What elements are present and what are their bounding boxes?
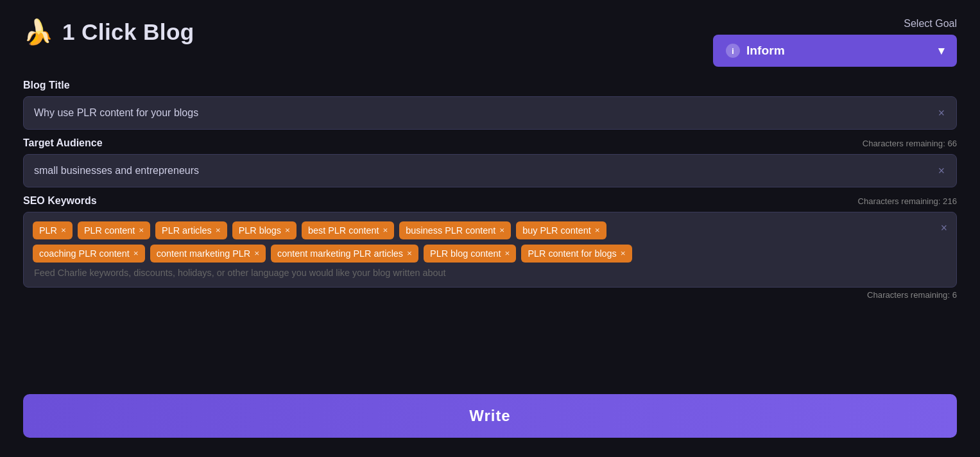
tag-label: best PLR content	[308, 225, 379, 236]
goal-area: Select Goal i Inform ▾	[713, 18, 957, 67]
tag-remove-button[interactable]: ×	[499, 226, 504, 235]
seo-chars-top: Characters remaining: 216	[858, 196, 957, 206]
tag-remove-button[interactable]: ×	[254, 249, 259, 258]
main-content: Blog Title × Target Audience Characters …	[0, 80, 980, 383]
seo-keywords-label: SEO Keywords	[23, 195, 97, 207]
keyword-tag: PLR×	[33, 221, 73, 239]
app-title: 1 Click Blog	[62, 19, 194, 45]
blog-title-label: Blog Title	[23, 80, 957, 91]
keyword-tag: content marketing PLR×	[150, 245, 266, 263]
tag-label: content marketing PLR articles	[277, 248, 403, 259]
tag-remove-button[interactable]: ×	[133, 249, 139, 258]
tag-label: PLR blog content	[430, 248, 501, 259]
tag-remove-button[interactable]: ×	[621, 249, 626, 258]
write-button[interactable]: Write	[23, 394, 957, 438]
target-audience-input-wrapper: ×	[23, 154, 957, 187]
blog-title-group: Blog Title ×	[23, 80, 957, 130]
keyword-tag: PLR articles×	[155, 221, 227, 239]
goal-select-button[interactable]: i Inform ▾	[713, 35, 957, 67]
keywords-clear-button[interactable]: ×	[941, 221, 947, 235]
keyword-tag: PLR blogs×	[232, 221, 297, 239]
tag-label: PLR articles	[162, 225, 212, 236]
tag-label: buy PLR content	[522, 225, 590, 236]
blog-title-input-wrapper: ×	[23, 96, 957, 130]
keyword-tag: buy PLR content×	[516, 221, 606, 239]
tag-remove-button[interactable]: ×	[504, 249, 510, 258]
keyword-tag: PLR content for blogs×	[521, 245, 632, 263]
target-audience-label: Target Audience	[23, 137, 103, 149]
tag-remove-button[interactable]: ×	[61, 226, 66, 235]
app-container: 🍌 1 Click Blog Select Goal i Inform ▾ Bl…	[0, 0, 980, 457]
keywords-input-area[interactable]: × PLR×PLR content×PLR articles×PLR blogs…	[23, 212, 957, 288]
tag-label: PLR	[39, 225, 57, 236]
blog-title-input[interactable]	[24, 97, 956, 129]
tag-remove-button[interactable]: ×	[407, 249, 412, 258]
logo-area: 🍌 1 Click Blog	[23, 18, 194, 46]
keyword-tag: business PLR content×	[399, 221, 511, 239]
tag-label: PLR content	[84, 225, 135, 236]
blog-title-clear-button[interactable]: ×	[936, 104, 947, 123]
chevron-down-icon: ▾	[938, 44, 944, 58]
tag-label: PLR blogs	[239, 225, 281, 236]
keyword-tag: best PLR content×	[302, 221, 394, 239]
target-audience-chars: Characters remaining: 66	[863, 139, 957, 148]
tag-label: PLR content for blogs	[528, 248, 616, 259]
seo-chars-bottom: Characters remaining: 6	[23, 290, 957, 300]
keyword-tag: coaching PLR content×	[33, 245, 145, 263]
tag-remove-button[interactable]: ×	[216, 226, 221, 235]
tag-label: business PLR content	[406, 225, 495, 236]
tag-label: coaching PLR content	[39, 248, 130, 259]
tag-remove-button[interactable]: ×	[285, 226, 290, 235]
tag-label: content marketing PLR	[157, 248, 250, 259]
tag-remove-button[interactable]: ×	[139, 226, 144, 235]
goal-selected-value: Inform	[746, 44, 785, 58]
header: 🍌 1 Click Blog Select Goal i Inform ▾	[0, 0, 980, 80]
target-audience-group: Target Audience Characters remaining: 66…	[23, 137, 957, 187]
keywords-tags-row-2: coaching PLR content×content marketing P…	[33, 245, 928, 263]
goal-label: Select Goal	[904, 18, 957, 30]
seo-keywords-group: SEO Keywords Characters remaining: 216 ×…	[23, 195, 957, 300]
tag-remove-button[interactable]: ×	[595, 226, 600, 235]
keyword-tag: PLR blog content×	[424, 245, 516, 263]
target-audience-input[interactable]	[24, 155, 956, 187]
keywords-tags-row-1: PLR×PLR content×PLR articles×PLR blogs×b…	[33, 221, 928, 239]
keywords-placeholder: Feed Charlie keywords, discounts, holida…	[33, 268, 928, 278]
keyword-tag: PLR content×	[78, 221, 150, 239]
target-audience-clear-button[interactable]: ×	[936, 162, 947, 180]
logo-icon: 🍌	[23, 18, 53, 46]
keyword-tag: content marketing PLR articles×	[271, 245, 418, 263]
info-icon: i	[726, 44, 740, 58]
tag-remove-button[interactable]: ×	[383, 226, 388, 235]
